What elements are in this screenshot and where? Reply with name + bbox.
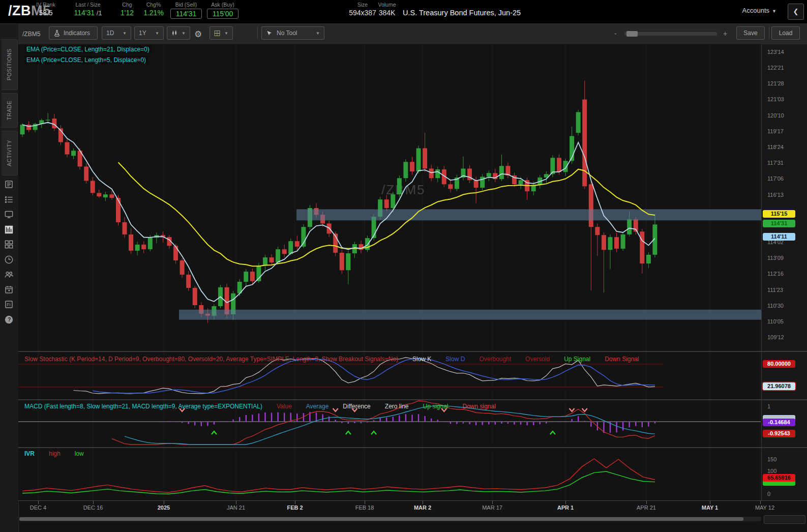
report-icon[interactable] [4,180,14,190]
macd-pane[interactable] [18,400,761,447]
time-axis-label: FEB 18 [347,505,382,511]
price-axis-label: 119'17 [767,128,784,134]
candle-body [614,237,619,249]
time-axis-tick [164,501,164,504]
chevron-down-icon: ▼ [772,9,776,14]
price-axis-label: 110'30 [767,303,784,309]
charts-icon[interactable] [4,225,14,235]
candle-body [180,260,185,275]
study-axis-label: 150 [767,456,776,462]
clock-icon[interactable] [4,255,14,265]
timeframe-dropdown[interactable]: 1D▼ [102,26,131,40]
scrollbar-end-button[interactable] [764,515,805,524]
price-axis-label: 110'05 [767,318,784,324]
candle-body [250,272,255,281]
stat-value[interactable]: 114'31 [168,9,204,19]
candle-body [519,180,523,184]
candle-body [608,237,612,250]
range-dropdown[interactable]: 1Y▼ [134,26,164,40]
drawing-tool-dropdown[interactable]: No Tool▼ [261,26,324,40]
time-axis-tick [93,501,94,504]
zoom-out-button[interactable]: - [614,29,617,38]
zoom-in-button[interactable]: + [723,29,727,38]
candle-body [148,238,153,249]
price-axis-label: 123'14 [767,49,784,55]
price-zone-drawing[interactable] [296,209,761,220]
candle-body [589,184,593,227]
candlestick-chart-icon [171,29,177,37]
header-stat-iv-rank: IV Rank58.5 [32,2,60,17]
main-price-chart[interactable]: /ZBM5 [18,44,761,351]
stat-suffix: /1 [95,9,102,17]
ivr-low-line [22,471,655,494]
candle-body [116,198,121,222]
candle-body [627,219,632,234]
ivr-high-line [22,459,655,492]
ema21-value-badge: 115'15 [763,210,795,218]
community-icon[interactable] [4,270,14,280]
sidebar-tab-activity[interactable]: ACTIVITY [2,131,18,175]
load-button[interactable]: Load [771,26,800,40]
time-axis-label: MAY 1 [692,505,728,511]
price-axis-label: 113'09 [767,255,784,261]
svg-text:Fi: Fi [7,302,10,307]
chart-type-dropdown[interactable]: ▼ [167,26,190,40]
candle-body [582,100,587,187]
candle-body [173,246,178,260]
quote-box[interactable]: 115'00 [207,9,239,19]
stat-value: 114'31 /1 [60,9,116,17]
candle-body [186,275,191,288]
pane-separator[interactable] [18,351,807,352]
price-zone-drawing[interactable] [179,310,761,320]
stochastic-pane[interactable] [18,352,761,399]
pane-separator[interactable] [18,399,807,400]
collapse-panel-button[interactable]: ❮ [788,4,804,20]
sidebar-tab-trade[interactable]: TRADE [2,93,18,128]
grid-icon[interactable] [4,240,14,250]
watchlist-icon[interactable] [4,195,14,205]
education-icon[interactable]: Fi [4,300,14,310]
instrument-description: U.S. Treasury Bond Futures, Jun-25 [403,9,521,17]
zoom-slider-track[interactable] [624,32,717,36]
indicators-button[interactable]: Indicators [49,26,98,40]
scrollbar-thumb[interactable] [19,517,743,521]
up-signal-arrow [212,431,217,434]
monitor-icon[interactable] [4,210,14,220]
time-axis-tick [710,501,710,504]
price-axis-label: 117'31 [767,160,784,166]
down-signal-arrow [570,408,575,411]
price-axis-label: 121'28 [767,80,784,86]
cursor-arrow-icon [266,30,273,37]
save-button[interactable]: Save [736,26,765,40]
chart-settings-gear-icon[interactable]: ⚙ [194,29,202,40]
sidebar-tab-positions[interactable]: POSITIONS [2,39,18,90]
time-axis-tick [236,501,236,504]
stat-label: Chg [116,2,138,8]
chart-symbol-label: /ZBM5 [22,31,40,38]
study-axis-label: 1 [767,403,770,409]
stat-value: 594x387 [347,9,378,17]
candle-body [448,184,453,189]
help-icon[interactable]: ? [4,315,14,325]
toolbar-divider [769,27,769,39]
stat-value: 384K [374,9,400,17]
ivr-pane[interactable] [18,448,761,500]
zoom-slider-thumb[interactable] [626,31,638,37]
candle-body [499,166,504,179]
candle-body [340,253,344,270]
price-axis-label: 112'16 [767,271,784,277]
candle-body [397,178,402,194]
stat-label: Bid (Sell) [168,2,204,8]
candle-body [71,151,76,156]
time-axis-label: DEC 16 [75,505,111,511]
horizontal-scrollbar[interactable] [18,517,761,521]
quote-box[interactable]: 114'31 [170,9,202,19]
toolbar-divider [257,27,258,39]
accounts-menu[interactable]: Accounts▼ [742,7,776,14]
stat-value[interactable]: 115'00 [204,9,241,19]
pane-separator[interactable] [18,447,807,448]
time-axis-tick [423,501,423,504]
grid-layout-dropdown[interactable]: ▼ [210,26,233,40]
calendar-icon[interactable] [4,285,14,295]
candle-body [487,173,491,176]
